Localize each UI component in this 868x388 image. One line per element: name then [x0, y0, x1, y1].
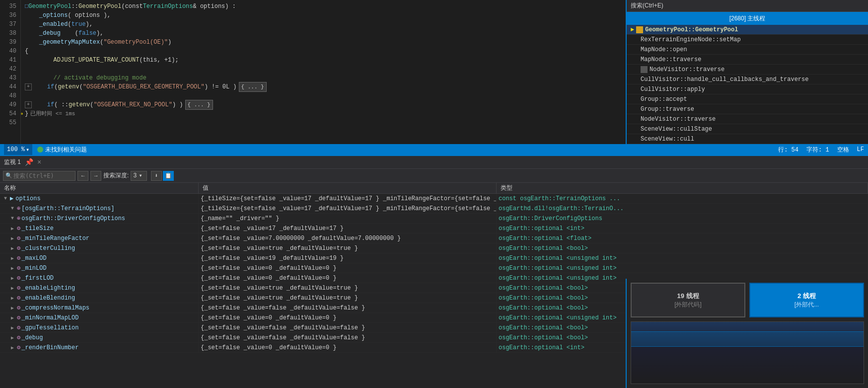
- watch-value-compressnormalmaps: {_set=false _value=false _defaultValue=f…: [199, 303, 497, 312]
- thread-box-2[interactable]: 2 线程 [外部代...: [749, 283, 864, 317]
- depth-value-text: 3: [133, 172, 137, 179]
- watch-value-firstlod: {_set=false _value=0 _defaultValue=0 }: [199, 273, 497, 283]
- watch-type-terrain-base: osgEarthd.dll!osgEarth::TerrainO...: [497, 204, 868, 213]
- watch-table-header: 名称 值 类型: [0, 183, 868, 194]
- watch-value-minlod: {_set=false _value=0 _defaultValue=0 }: [199, 263, 497, 273]
- call-stack-item-3[interactable]: MapNode::traverse: [627, 55, 868, 65]
- expand-renderbinnumber[interactable]: ▶: [9, 344, 16, 351]
- expand-icon-44[interactable]: +: [25, 83, 32, 90]
- watch-row-clusterculling[interactable]: ▶ ⚙ _clusterCulling {_set=false _value=t…: [0, 243, 868, 253]
- expand-icon-49[interactable]: +: [25, 101, 32, 108]
- watch-panel-header: 监视 1 📌 ×: [0, 156, 868, 169]
- watch-value-enableblending: {_set=false _value=true _defaultValue=tr…: [199, 293, 497, 303]
- search-icon: 🔍: [5, 172, 12, 179]
- encoding-info: LF: [857, 146, 864, 153]
- watch-row-minlod[interactable]: ▶ ⚙ _minLOD {_set=false _value=0 _defaul…: [0, 263, 868, 273]
- call-stack-item-1[interactable]: RexTerrainEngineNode::setMap: [627, 35, 868, 45]
- watch-search-input[interactable]: [13, 172, 73, 179]
- current-line-arrow: ⇒: [21, 109, 23, 118]
- expand-debug[interactable]: ▶: [9, 334, 16, 341]
- expand-minnormalmaplod[interactable]: ▶: [9, 314, 16, 321]
- toolbar-watch-button[interactable]: 📋: [163, 171, 174, 181]
- watch-value-maxlod: {_set=false _value=19 _defaultValue=19 }: [199, 253, 497, 263]
- watch-name-clusterculling: ▶ ⚙ _clusterCulling: [0, 243, 199, 253]
- expand-options[interactable]: ▼: [2, 195, 9, 202]
- breakpoint-icon: [636, 26, 643, 33]
- watch-value-enablelighting: {_set=false _value=true _defaultValue=tr…: [199, 283, 497, 293]
- watch-row-maxlod[interactable]: ▶ ⚙ _maxLOD {_set=false _value=19 _defau…: [0, 253, 868, 263]
- status-text: 未找到相关问题: [45, 146, 87, 154]
- watch-type-tilesize: osgEarth::optional <int>: [497, 224, 868, 233]
- watch-row-options[interactable]: ▼ ▶ options {_tileSize={set=false _value…: [0, 194, 868, 204]
- call-stack-func-grouptraverse: Group::traverse: [631, 106, 694, 113]
- expand-driver-config[interactable]: ▼: [9, 215, 16, 222]
- call-stack-item-2[interactable]: MapNode::open: [627, 45, 868, 55]
- thread-boxes-area: 19 线程 [外部代码] 2 线程 [外部代...: [626, 279, 868, 388]
- thread-2-sublabel: [外部代...: [795, 301, 819, 309]
- expand-terrain-base[interactable]: ▼: [9, 205, 16, 212]
- call-stack-item-current[interactable]: ► GeometryPool::GeometryPool: [627, 25, 868, 35]
- watch-close-button[interactable]: ×: [37, 158, 41, 166]
- expand-enablelighting[interactable]: ▶: [9, 285, 16, 292]
- collapsed-block-44: { ... }: [239, 82, 267, 92]
- call-stack-func-cullvisitor: CullVisitor::handle_cull_callbacks_and_t…: [631, 76, 808, 83]
- call-stack-item-9[interactable]: NodeVisitor::traverse: [627, 114, 868, 124]
- call-stack-func-nodevisitor2: NodeVisitor::traverse: [631, 116, 716, 123]
- zoom-dropdown-icon[interactable]: ▾: [26, 146, 29, 154]
- expand-minlod[interactable]: ▶: [9, 265, 16, 272]
- expand-gputessellation[interactable]: ▶: [9, 324, 16, 331]
- thread-box-19[interactable]: 19 线程 [外部代码]: [631, 283, 745, 317]
- watch-row-tilesize[interactable]: ▶ ⚙ _tileSize {_set=false _value=17 _def…: [0, 224, 868, 233]
- watch-type-options: const osgEarth::TerrainOptions ...: [497, 194, 868, 203]
- current-item-arrow: ►: [631, 26, 634, 33]
- thread-2-label: 2 线程: [797, 292, 816, 301]
- watch-name-maxlod: ▶ ⚙ _maxLOD: [0, 253, 199, 263]
- expand-tilesize[interactable]: ▶: [9, 225, 16, 232]
- expand-compressnormalmaps[interactable]: ▶: [9, 305, 16, 311]
- watch-type-clusterculling: osgEarth::optional <bool>: [497, 243, 868, 253]
- call-stack-func-sceneviewcull: SceneView::cullStage: [631, 126, 712, 133]
- call-stack-func-geometrypool: GeometryPool::GeometryPool: [645, 26, 738, 33]
- watch-type-minlod: osgEarth::optional <unsigned int>: [497, 263, 868, 273]
- call-stack-func-rexterrain: RexTerrainEngineNode::setMap: [631, 36, 741, 43]
- expand-enableblending[interactable]: ▶: [9, 295, 16, 302]
- call-stack-list[interactable]: ► GeometryPool::GeometryPool RexTerrainE…: [627, 25, 868, 144]
- watch-row-driver-config[interactable]: ▼ ⊕ osgEarth::DriverConfigOptions {_name…: [0, 214, 868, 224]
- editor-and-right: 35 36 37 38 39 40 41 42 43 44 48 49 54 5…: [0, 0, 868, 144]
- status-bar-right: 行: 54 字符: 1 空格 LF: [778, 146, 864, 154]
- depth-select[interactable]: 3 ▾: [131, 171, 146, 181]
- call-stack-item-10[interactable]: SceneView::cullStage: [627, 124, 868, 134]
- collapsed-block-49: { ... }: [185, 100, 213, 110]
- watch-value-mintilerange: {_set=false _value=7.00000000 _defaultVa…: [199, 233, 497, 243]
- watch-row-mintilerange[interactable]: ▶ ⚙ _minTileRangeFactor {_set=false _val…: [0, 233, 868, 243]
- expand-mintilerange[interactable]: ▶: [9, 235, 16, 242]
- watch-search-box[interactable]: 🔍: [3, 171, 75, 181]
- call-stack-func-groupaccept: Group::accept: [631, 96, 687, 103]
- nav-fwd-button[interactable]: →: [90, 171, 101, 181]
- zoom-control[interactable]: 100 % ▾: [4, 144, 32, 155]
- watch-name-debug: ▶ ⚙ _debug: [0, 333, 199, 342]
- status-bar: 100 % ▾ 未找到相关问题 行: 54 字符: 1 空格 LF: [0, 144, 868, 155]
- call-stack-item-7[interactable]: Group::accept: [627, 94, 868, 104]
- call-stack-item-4[interactable]: NodeVisitor::traverse: [627, 65, 868, 75]
- expand-clusterculling[interactable]: ▶: [9, 245, 16, 252]
- call-stack-item-5[interactable]: CullVisitor::handle_cull_callbacks_and_t…: [627, 75, 868, 84]
- watch-pin-icon[interactable]: 📌: [25, 158, 33, 166]
- thread-19-sublabel: [外部代码]: [674, 301, 702, 309]
- call-stack-thread-label: [2680] 主线程: [729, 14, 766, 23]
- expand-maxlod[interactable]: ▶: [9, 255, 16, 262]
- watch-value-terrain-base: {_tileSize={set=false _value=17 _default…: [199, 204, 497, 213]
- call-stack-panel: 搜索(Ctrl+E) [2680] 主线程 ► GeometryPool::Ge…: [626, 0, 868, 144]
- watch-value-gputessellation: {_set=false _value=false _defaultValue=f…: [199, 323, 497, 332]
- nav-back-button[interactable]: ←: [77, 171, 88, 181]
- toolbar-sort-button[interactable]: ⬇: [151, 171, 162, 181]
- call-stack-item-11[interactable]: SceneView::cull: [627, 134, 868, 144]
- call-stack-item-8[interactable]: Group::traverse: [627, 104, 868, 114]
- timing-badge: 已用时间 <= 1ms: [30, 109, 75, 118]
- watch-value-driver-config: {_name="" _driver="" }: [199, 214, 497, 223]
- expand-firstlod[interactable]: ▶: [9, 275, 16, 282]
- call-stack-item-6[interactable]: CullVisitor::apply: [627, 84, 868, 94]
- depth-label: 搜索深度:: [103, 171, 129, 180]
- watch-type-mintilerange: osgEarth::optional <float>: [497, 233, 868, 243]
- watch-row-terrain-options[interactable]: ▼ ⊕ [osgEarth::TerrainOptions] {_tileSiz…: [0, 204, 868, 214]
